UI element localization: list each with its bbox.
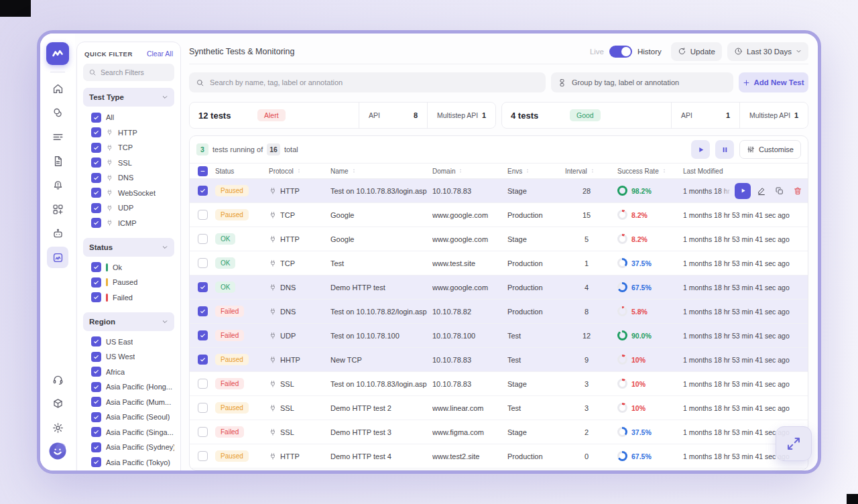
- main-search-input[interactable]: [210, 78, 539, 86]
- filter-item[interactable]: Asia Pacific (Sydney): [91, 442, 174, 452]
- checkbox[interactable]: [91, 127, 101, 137]
- filter-item[interactable]: Asia Pacific (Hong...: [91, 381, 174, 392]
- checkbox[interactable]: [198, 379, 208, 389]
- table-row[interactable]: PausedTCPGooglewww.google.comProduction1…: [190, 203, 808, 227]
- filter-item[interactable]: Ok: [91, 262, 174, 273]
- filter-section-test-type[interactable]: Test Type: [83, 88, 174, 107]
- clear-all-link[interactable]: Clear All: [147, 50, 173, 58]
- checkbox[interactable]: [91, 218, 101, 228]
- apps-grid-icon[interactable]: [47, 198, 68, 220]
- checkbox[interactable]: [91, 292, 101, 302]
- table-row[interactable]: OKDNSDemo HTTP testwww.google.comProduct…: [190, 275, 808, 300]
- date-range-button[interactable]: Last 30 Days: [727, 42, 808, 61]
- notifications-icon[interactable]: [47, 174, 68, 196]
- filter-item[interactable]: HTTP: [91, 127, 174, 138]
- sort-icon[interactable]: [590, 168, 595, 174]
- package-icon[interactable]: [47, 393, 68, 414]
- app-logo-icon[interactable]: [46, 42, 69, 65]
- table-row[interactable]: PausedHTTPTest on 10.10.78.83/login.asp1…: [190, 179, 808, 203]
- checkbox[interactable]: [91, 173, 101, 183]
- run-all-button[interactable]: [691, 140, 710, 159]
- filter-item[interactable]: US West: [91, 351, 174, 362]
- filter-search-box[interactable]: [83, 64, 174, 81]
- assistant-robot-icon[interactable]: [47, 223, 68, 244]
- synthetic-tests-icon[interactable]: [47, 247, 68, 268]
- filter-item[interactable]: Paused: [91, 277, 174, 288]
- table-row[interactable]: PausedSSLDemo HTTP test 2www.linear.comT…: [190, 396, 808, 420]
- table-row[interactable]: FailedDNSTest on 10.10.78.82/login.asp10…: [190, 300, 808, 324]
- checkbox[interactable]: [91, 158, 101, 168]
- filter-item[interactable]: UDP: [91, 202, 174, 213]
- filter-item[interactable]: Asia Pacific (Mum...: [91, 397, 174, 407]
- table-row[interactable]: PausedHTTPDemo HTTP test 4www.test2.site…: [190, 444, 808, 468]
- resources-icon[interactable]: [47, 102, 68, 123]
- user-avatar[interactable]: [48, 441, 68, 461]
- sort-icon[interactable]: [296, 168, 302, 174]
- filter-item[interactable]: WebSocket: [91, 188, 174, 198]
- column-header-name[interactable]: Name: [330, 168, 432, 175]
- delete-test-button[interactable]: [790, 184, 805, 198]
- settings-gear-icon[interactable]: [47, 417, 68, 438]
- checkbox[interactable]: [91, 277, 101, 288]
- checkbox[interactable]: [91, 382, 101, 392]
- live-history-toggle[interactable]: [609, 46, 632, 58]
- group-by-control[interactable]: Group by tag, label or annotation: [551, 72, 733, 92]
- document-icon[interactable]: [47, 150, 68, 172]
- run-test-button[interactable]: [735, 183, 751, 199]
- column-header-success-rate[interactable]: Success Rate: [617, 168, 683, 175]
- filter-item[interactable]: Asia Pacific (Tokyo): [91, 457, 174, 468]
- checkbox[interactable]: [91, 203, 101, 213]
- filter-section-status[interactable]: Status: [83, 238, 174, 257]
- filter-item[interactable]: US East: [91, 336, 174, 347]
- filter-item[interactable]: All: [91, 112, 174, 123]
- sort-icon[interactable]: [525, 168, 530, 174]
- main-search-box[interactable]: [189, 72, 546, 92]
- live-label[interactable]: Live: [590, 48, 604, 56]
- checkbox[interactable]: [91, 352, 101, 362]
- filter-search-input[interactable]: [101, 68, 169, 76]
- sort-icon[interactable]: [351, 168, 357, 174]
- checkbox[interactable]: [198, 451, 208, 461]
- home-icon[interactable]: [47, 78, 68, 99]
- table-row[interactable]: FailedSSLTest on 10.10.78.83/login.asp10…: [190, 372, 808, 396]
- customise-button[interactable]: Customise: [739, 140, 801, 159]
- filter-item[interactable]: SSL: [91, 158, 174, 168]
- column-header-domain[interactable]: Domain: [432, 168, 507, 175]
- filter-item[interactable]: Africa: [91, 367, 174, 377]
- support-headset-icon[interactable]: [47, 369, 68, 390]
- table-row[interactable]: FailedUDPTest on 10.10.78.10010.10.78.10…: [190, 324, 808, 348]
- checkbox[interactable]: [198, 330, 208, 340]
- duplicate-test-button[interactable]: [772, 184, 787, 198]
- filter-lines-icon[interactable]: [47, 126, 68, 147]
- checkbox[interactable]: [198, 234, 208, 244]
- table-row[interactable]: PausedHHTPNew TCP10.10.78.83Test910%1 mo…: [190, 348, 808, 372]
- filter-section-region[interactable]: Region: [83, 312, 174, 331]
- filter-item[interactable]: ICMP: [91, 218, 174, 229]
- column-header-protocol[interactable]: Protocol: [269, 168, 330, 175]
- history-label[interactable]: History: [637, 48, 662, 56]
- checkbox[interactable]: [198, 355, 208, 365]
- checkbox[interactable]: [198, 427, 208, 437]
- table-row[interactable]: FailedSSLDemo HTTP test 3www.figma.comSt…: [190, 420, 808, 444]
- column-header-interval[interactable]: Interval: [565, 168, 617, 175]
- filter-item[interactable]: TCP: [91, 142, 174, 153]
- checkbox[interactable]: [198, 403, 208, 413]
- update-button[interactable]: Update: [671, 42, 722, 61]
- checkbox[interactable]: [91, 412, 101, 422]
- checkbox[interactable]: [91, 397, 101, 407]
- add-new-test-button[interactable]: Add New Test: [739, 72, 808, 92]
- checkbox[interactable]: [91, 188, 101, 198]
- filter-item[interactable]: Failed: [91, 292, 174, 303]
- expand-button[interactable]: [776, 426, 812, 461]
- checkbox[interactable]: [91, 472, 101, 475]
- checkbox[interactable]: [91, 113, 101, 123]
- sort-icon[interactable]: [662, 168, 667, 174]
- checkbox[interactable]: [198, 282, 208, 292]
- checkbox[interactable]: [198, 186, 208, 196]
- checkbox[interactable]: [198, 166, 208, 176]
- checkbox[interactable]: [91, 143, 101, 153]
- checkbox[interactable]: [198, 306, 208, 316]
- checkbox[interactable]: [91, 442, 101, 452]
- checkbox[interactable]: [198, 210, 208, 220]
- sort-icon[interactable]: [458, 168, 463, 174]
